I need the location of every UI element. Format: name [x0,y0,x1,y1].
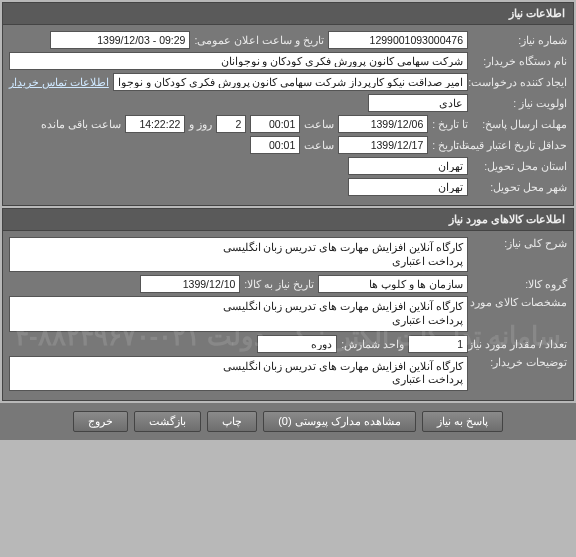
until-date-field[interactable] [338,115,428,133]
desc-label: شرح کلی نیاز: [472,237,567,249]
need-info-header: اطلاعات نیاز [3,3,573,25]
need-date-field[interactable] [140,275,240,293]
announce-field[interactable] [50,31,190,49]
deadline-label: مهلت ارسال پاسخ: [472,118,567,130]
priority-label: اولویت نیاز : [472,97,567,109]
priority-field[interactable] [368,94,468,112]
goods-info-panel: اطلاعات کالاهای مورد نیاز شرح کلی نیاز: … [2,208,574,401]
creator-field[interactable] [113,73,468,91]
back-button[interactable]: بازگشت [134,411,201,432]
need-date-label: تاریخ نیاز به کالا: [244,278,314,290]
need-info-body: شماره نیاز: تاریخ و ساعت اعلان عمومی: نا… [3,25,573,205]
buyer-label: نام دستگاه خریدار: [472,55,567,67]
province-label: استان محل تحویل: [472,160,567,172]
time-label-1: ساعت [304,118,334,130]
city-field[interactable] [348,178,468,196]
announce-label: تاریخ و ساعت اعلان عمومی: [194,34,324,46]
province-field[interactable] [348,157,468,175]
need-number-label: شماره نیاز: [472,34,567,46]
footer-bar: پاسخ به نیاز مشاهده مدارک پیوستی (0) چاپ… [0,403,576,440]
qty-label: تعداد / مقدار مورد نیاز: [472,338,567,350]
until-label: تا تاریخ : [432,118,468,130]
desc-field[interactable] [9,237,468,272]
min-credit-time-field[interactable] [250,136,300,154]
min-credit-until: تا تاریخ : [432,139,468,151]
min-credit-label: حداقل تاریخ اعتبار قیمت: [472,139,567,151]
creator-label: ایجاد کننده درخواست: [472,76,567,88]
spec-field[interactable] [9,296,468,331]
hours-label: ساعت باقی مانده [41,118,121,130]
print-button[interactable]: چاپ [207,411,257,432]
spec-label: مشخصات کالای مورد نیاز: [472,296,567,308]
hours-field[interactable] [125,115,185,133]
buyer-notes-field[interactable] [9,356,468,391]
group-field[interactable] [318,275,468,293]
need-number-field[interactable] [328,31,468,49]
days-field[interactable] [216,115,246,133]
goods-info-header: اطلاعات کالاهای مورد نیاز [3,209,573,231]
unit-label: واحد شمارش: [341,338,404,350]
until-time-field[interactable] [250,115,300,133]
buyer-field[interactable] [9,52,468,70]
need-info-panel: اطلاعات نیاز شماره نیاز: تاریخ و ساعت اع… [2,2,574,206]
time-label-2: ساعت [304,139,334,151]
goods-info-body: شرح کلی نیاز: گروه کالا: تاریخ نیاز به ک… [3,231,573,400]
days-label: روز و [189,118,212,130]
city-label: شهر محل تحویل: [472,181,567,193]
exit-button[interactable]: خروج [73,411,128,432]
unit-field[interactable] [257,335,337,353]
group-label: گروه کالا: [472,278,567,290]
min-credit-date-field[interactable] [338,136,428,154]
reply-button[interactable]: پاسخ به نیاز [422,411,503,432]
buyer-contact-link[interactable]: اطلاعات تماس خریدار [9,76,109,88]
qty-field[interactable] [408,335,468,353]
attachments-button[interactable]: مشاهده مدارک پیوستی (0) [263,411,416,432]
buyer-notes-label: توضیحات خریدار: [472,356,567,368]
